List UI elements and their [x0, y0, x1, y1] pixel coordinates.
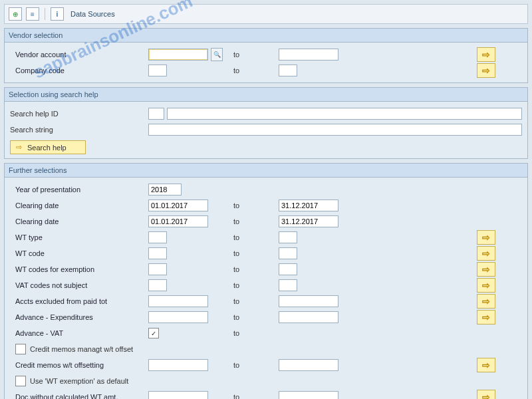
- to-label: to: [233, 329, 273, 337]
- doc-without-wt-to-input[interactable]: [279, 391, 338, 399]
- panel-title-further: Further selections: [5, 164, 527, 178]
- to-label: to: [233, 66, 273, 74]
- search-help-id-label: Search help ID: [10, 110, 143, 118]
- wt-codes-exemption-label: WT codes for exemption: [10, 265, 143, 273]
- multiple-selection-button[interactable]: ⇨: [477, 278, 495, 293]
- multiple-selection-button[interactable]: ⇨: [477, 246, 495, 261]
- clearing-date-a-to-input[interactable]: [279, 200, 338, 211]
- clearing-date-a-label: Clearing date: [10, 201, 143, 209]
- year-presentation-input[interactable]: [148, 184, 182, 196]
- company-code-label: Company code: [10, 66, 143, 74]
- wt-codes-exemption-from-input[interactable]: [148, 263, 167, 275]
- doc-without-wt-label: Doc.without calculated WT amt.: [10, 393, 143, 399]
- vat-codes-ns-to-input[interactable]: [279, 279, 297, 291]
- clearing-date-b-label: Clearing date: [10, 217, 143, 225]
- advance-exp-to-input[interactable]: [279, 311, 338, 323]
- wt-code-label: WT code: [10, 249, 143, 257]
- to-label: to: [233, 281, 273, 289]
- search-help-id-short-input[interactable]: [148, 108, 164, 120]
- search-help-icon[interactable]: 🔍: [211, 48, 223, 61]
- to-label: to: [233, 297, 273, 305]
- to-label: to: [233, 51, 273, 59]
- panel-title-vendor: Vendor selection: [5, 29, 527, 43]
- search-help-panel: Selection using search help Search help …: [4, 87, 528, 159]
- advance-vat-label: Advance - VAT: [10, 329, 143, 337]
- to-label: to: [233, 249, 273, 257]
- toolbar-separator: [45, 8, 45, 20]
- multiple-selection-button[interactable]: ⇨: [477, 310, 495, 325]
- info-icon[interactable]: i: [51, 7, 64, 21]
- to-label: to: [233, 233, 273, 241]
- credit-memos-wt-label: Credit memos w/t offsetting: [10, 361, 143, 369]
- use-wt-exemption-label: Use 'WT exemption' as default: [30, 377, 128, 385]
- further-selections-panel: Further selections Year of presentation …: [4, 163, 528, 399]
- advance-exp-from-input[interactable]: [148, 311, 208, 323]
- wt-code-to-input[interactable]: [279, 247, 297, 259]
- vat-codes-ns-from-input[interactable]: [148, 279, 167, 291]
- credit-memos-offset-checkbox[interactable]: [15, 344, 26, 354]
- panel-title-search: Selection using search help: [5, 88, 527, 102]
- use-wt-exemption-checkbox[interactable]: [15, 376, 26, 386]
- search-help-button[interactable]: ⇨ Search help: [10, 140, 86, 154]
- search-help-button-label: Search help: [27, 144, 66, 152]
- search-help-id-input[interactable]: [167, 108, 522, 120]
- company-code-to-input[interactable]: [279, 65, 297, 76]
- to-label: to: [233, 361, 273, 369]
- company-code-from-input[interactable]: [148, 65, 167, 76]
- to-label: to: [233, 201, 273, 209]
- vendor-account-from-input[interactable]: [148, 49, 208, 61]
- to-label: to: [233, 217, 273, 225]
- multiple-selection-button[interactable]: ⇨: [477, 358, 495, 372]
- multiple-selection-button[interactable]: ⇨: [477, 47, 495, 62]
- toolbar: ⊕ ≡ i Data Sources: [4, 4, 528, 24]
- doc-without-wt-from-input[interactable]: [148, 391, 208, 399]
- to-label: to: [233, 393, 273, 399]
- multiple-selection-button[interactable]: ⇨: [477, 63, 495, 78]
- multiple-selection-button[interactable]: ⇨: [477, 230, 495, 245]
- search-string-input[interactable]: [148, 124, 522, 136]
- vendor-account-label: Vendor account: [10, 51, 143, 59]
- wt-type-label: WT type: [10, 233, 143, 241]
- to-label: to: [233, 313, 273, 321]
- accts-excluded-to-input[interactable]: [279, 295, 338, 307]
- multiple-selection-button[interactable]: ⇨: [477, 294, 495, 309]
- execute-icon[interactable]: ⊕: [9, 7, 22, 21]
- clearing-date-a-from-input[interactable]: [148, 200, 208, 211]
- search-string-label: Search string: [10, 126, 143, 134]
- clearing-date-b-from-input[interactable]: [148, 215, 208, 227]
- accts-excluded-label: Accts excluded from paid tot: [10, 297, 143, 305]
- wt-type-from-input[interactable]: [148, 231, 167, 243]
- get-variant-icon[interactable]: ≡: [26, 7, 39, 21]
- credit-memos-offset-label: Credit memos managt w/t offset: [30, 345, 133, 353]
- clearing-date-b-to-input[interactable]: [279, 215, 338, 227]
- wt-type-to-input[interactable]: [279, 231, 297, 243]
- year-presentation-label: Year of presentation: [10, 186, 143, 194]
- wt-code-from-input[interactable]: [148, 247, 167, 259]
- vendor-selection-panel: Vendor selection Vendor account 🔍 to ⇨ C…: [4, 28, 528, 83]
- wt-codes-exemption-to-input[interactable]: [279, 263, 297, 275]
- credit-memos-wt-to-input[interactable]: [279, 359, 338, 371]
- multiple-selection-button[interactable]: ⇨: [477, 262, 495, 277]
- data-sources-label[interactable]: Data Sources: [68, 10, 115, 18]
- multiple-selection-button[interactable]: ⇨: [477, 390, 495, 399]
- arrow-right-icon: ⇨: [16, 143, 22, 152]
- advance-exp-label: Advance - Expenditures: [10, 313, 143, 321]
- vat-codes-ns-label: VAT codes not subject: [10, 281, 143, 289]
- credit-memos-wt-from-input[interactable]: [148, 359, 208, 371]
- vendor-account-to-input[interactable]: [279, 49, 338, 61]
- advance-vat-checkbox[interactable]: ✓: [148, 328, 159, 338]
- to-label: to: [233, 265, 273, 273]
- accts-excluded-from-input[interactable]: [148, 295, 208, 307]
